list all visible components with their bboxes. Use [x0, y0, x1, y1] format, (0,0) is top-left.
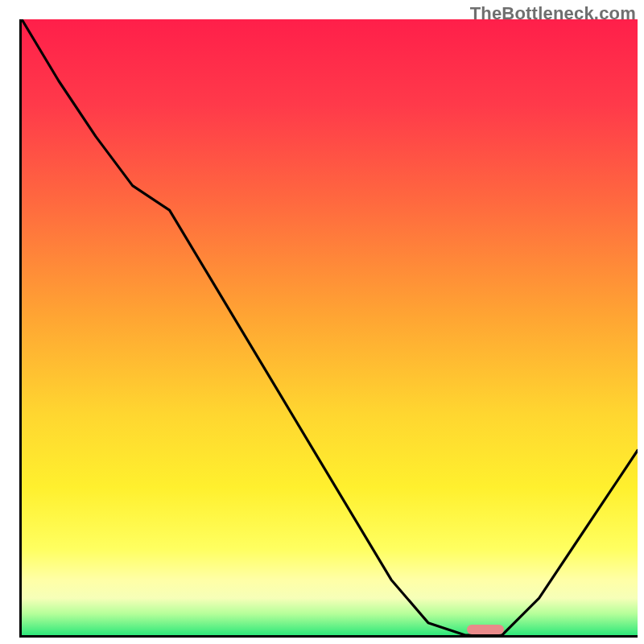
watermark-text: TheBottleneck.com: [470, 3, 636, 24]
minimum-marker: [467, 625, 504, 634]
plot-area: [19, 19, 638, 638]
bottleneck-curve: [22, 19, 638, 635]
chart-frame: TheBottleneck.com: [0, 0, 644, 644]
